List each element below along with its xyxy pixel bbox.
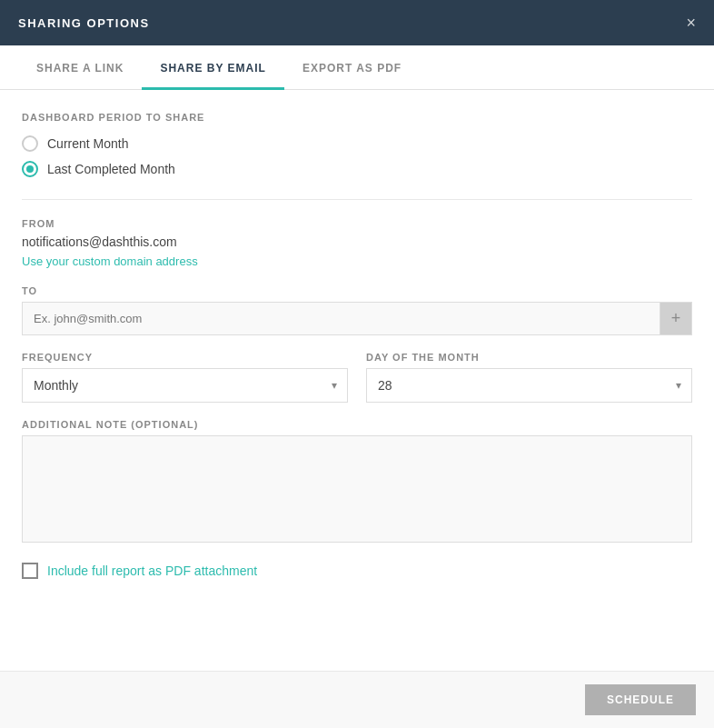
divider-1 [22,199,692,200]
tab-share-link[interactable]: SHARE A LINK [18,45,142,90]
radio-group: Current Month Last Completed Month [22,135,692,177]
radio-label-current: Current Month [47,136,128,151]
modal-footer: SCHEDULE [0,671,714,728]
frequency-day-row: FREQUENCY Monthly Weekly Daily ▾ DAY OF … [22,352,692,403]
day-select[interactable]: 28 [366,368,692,403]
note-section: ADDITIONAL NOTE (OPTIONAL) [22,419,692,546]
modal-title: SHARING OPTIONS [18,16,150,30]
to-input-row: + [22,302,692,335]
pdf-attachment-checkbox[interactable] [22,563,38,579]
period-section: DASHBOARD PERIOD TO SHARE Current Month … [22,112,692,177]
pdf-attachment-label: Include full report as PDF attachment [47,563,257,578]
modal-body: DASHBOARD PERIOD TO SHARE Current Month … [0,90,714,671]
tab-bar: SHARE A LINK SHARE BY EMAIL EXPORT AS PD… [0,45,714,90]
radio-label-last: Last Completed Month [47,162,175,176]
tab-export-pdf[interactable]: EXPORT AS PDF [284,45,420,90]
frequency-label: FREQUENCY [22,352,348,363]
radio-circle-current [22,135,38,152]
period-label: DASHBOARD PERIOD TO SHARE [22,112,692,123]
modal: SHARING OPTIONS × SHARE A LINK SHARE BY … [0,0,714,728]
day-label: DAY OF THE MONTH [366,352,692,363]
from-email: notifications@dashthis.com [22,234,692,249]
checkbox-label-colored: full report as PDF attachment [92,563,257,578]
radio-last-completed[interactable]: Last Completed Month [22,161,692,177]
radio-current-month[interactable]: Current Month [22,135,692,152]
add-email-button[interactable]: + [659,302,692,335]
custom-domain-link[interactable]: Use your custom domain address [22,254,198,268]
day-select-wrapper: 28 ▾ [366,368,692,403]
checkbox-label-before: Include [47,563,92,578]
pdf-attachment-row: Include full report as PDF attachment [22,563,692,579]
close-button[interactable]: × [686,15,696,31]
frequency-select-wrapper: Monthly Weekly Daily ▾ [22,368,348,403]
frequency-select[interactable]: Monthly Weekly Daily [22,368,348,403]
frequency-section: FREQUENCY Monthly Weekly Daily ▾ [22,352,348,403]
radio-circle-last [22,161,38,177]
email-input[interactable] [22,302,659,335]
to-label: TO [22,285,692,296]
note-textarea[interactable] [22,435,692,543]
note-label: ADDITIONAL NOTE (OPTIONAL) [22,419,692,430]
day-section: DAY OF THE MONTH 28 ▾ [366,352,692,403]
schedule-button[interactable]: SCHEDULE [585,684,696,715]
tab-share-email[interactable]: SHARE BY EMAIL [142,45,283,90]
modal-header: SHARING OPTIONS × [0,0,714,45]
to-section: TO + [22,285,692,335]
from-section: FROM notifications@dashthis.com Use your… [22,218,692,269]
from-label: FROM [22,218,692,229]
